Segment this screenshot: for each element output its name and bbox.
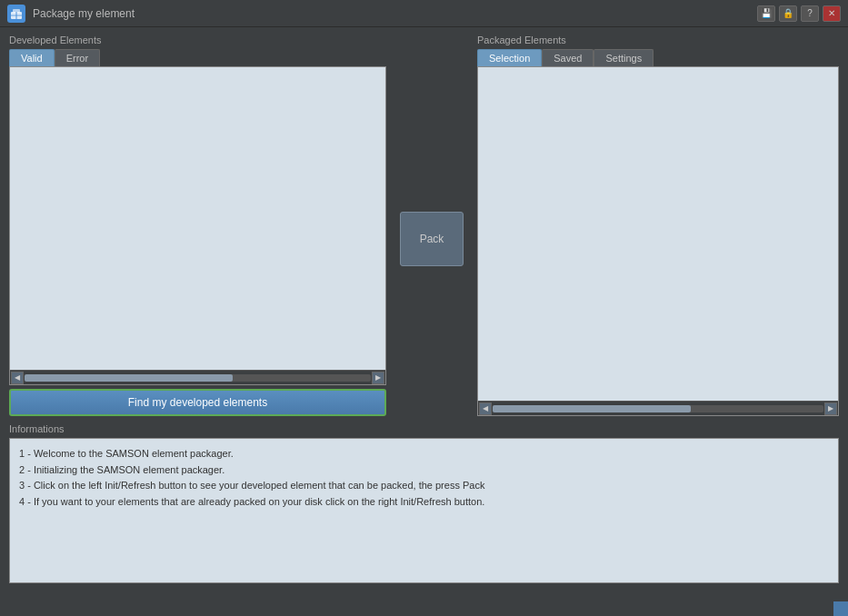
developed-elements-tabs: Valid Error [9,49,386,66]
info-line-3: 3 - Click on the left Init/Refresh butto… [19,478,829,494]
packaged-elements-listbox[interactable]: ◀ ▶ [477,66,839,416]
main-content: Developed Elements Valid Error ◀ ▶ Find … [0,27,848,616]
packaged-elements-tabs: Selection Saved Settings [477,49,839,66]
hscroll-thumb[interactable] [25,374,233,382]
developed-elements-hscrollbar[interactable]: ◀ ▶ [10,370,385,384]
title-bar-controls: 💾 🔒 ? ✕ [757,5,841,22]
packaged-elements-panel: Packaged Elements Selection Saved Settin… [477,35,839,416]
developed-elements-panel: Developed Elements Valid Error ◀ ▶ Find … [9,35,386,416]
pkghscroll-track[interactable] [493,405,823,412]
info-line-4: 4 - If you want to your elements that ar… [19,494,829,511]
pkghscroll-right-arrow[interactable]: ▶ [824,402,837,415]
close-button[interactable]: ✕ [823,5,841,22]
tab-settings[interactable]: Settings [594,49,653,66]
help-button[interactable]: ? [801,5,819,22]
info-line-1: 1 - Welcome to the SAMSON element packag… [19,446,829,462]
save-button[interactable]: 💾 [757,5,775,22]
tab-selection[interactable]: Selection [477,49,542,66]
developed-elements-list [10,67,385,368]
packaged-elements-list [478,67,838,399]
window-title: Package my element [33,7,757,20]
tab-error[interactable]: Error [55,49,100,66]
developed-elements-listbox[interactable]: ◀ ▶ [9,66,386,385]
title-bar: Package my element 💾 🔒 ? ✕ [0,0,848,27]
info-line-2: 2 - Initializing the SAMSON element pack… [19,462,829,479]
tab-valid[interactable]: Valid [9,49,55,66]
pkghscroll-thumb[interactable] [493,405,691,412]
hscroll-right-arrow[interactable]: ▶ [372,372,384,384]
pack-area: Pack [395,35,468,416]
find-developed-elements-button[interactable]: Find my developed elements [9,389,386,416]
hscroll-left-arrow[interactable]: ◀ [11,372,24,384]
packaged-elements-hscrollbar[interactable]: ◀ ▶ [478,401,838,415]
informations-label: Informations [9,423,839,434]
informations-section: Informations 1 - Welcome to the SAMSON e… [9,423,839,583]
app-icon [7,5,25,23]
informations-box: 1 - Welcome to the SAMSON element packag… [9,438,839,583]
packaged-elements-label: Packaged Elements [477,35,839,45]
pack-button[interactable]: Pack [400,212,464,266]
hscroll-track[interactable] [25,374,371,382]
informations-content: 1 - Welcome to the SAMSON element packag… [19,446,829,510]
lock-button[interactable]: 🔒 [779,5,797,22]
corner-accent [833,601,848,616]
developed-elements-label: Developed Elements [9,35,386,45]
pkghscroll-left-arrow[interactable]: ◀ [479,402,492,415]
panels-row: Developed Elements Valid Error ◀ ▶ Find … [9,35,839,416]
tab-saved[interactable]: Saved [542,49,594,66]
